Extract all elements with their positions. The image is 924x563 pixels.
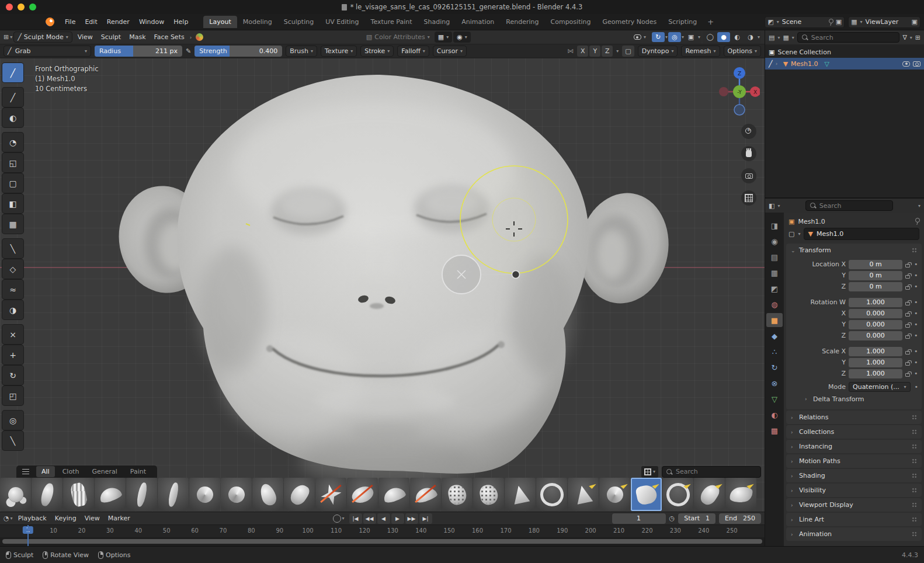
new-collection-icon[interactable]: ⊞ bbox=[915, 34, 920, 41]
box-face-set[interactable]: ◧ bbox=[2, 194, 23, 213]
mirror-axis-toggle[interactable]: Y bbox=[589, 46, 600, 57]
outliner-editor-icon[interactable]: ▤ bbox=[769, 34, 774, 41]
hide-in-viewport-toggle[interactable] bbox=[902, 61, 910, 67]
frame-end-field[interactable]: End250 bbox=[719, 513, 761, 524]
asset-search[interactable] bbox=[662, 466, 761, 478]
workspace-tab[interactable]: Animation bbox=[456, 16, 500, 28]
rough-sphere[interactable] bbox=[473, 478, 504, 511]
section-header[interactable]: ›Collections bbox=[786, 425, 922, 439]
visibility-dropdown[interactable]: ▾ bbox=[630, 32, 649, 43]
draw-sharp[interactable] bbox=[315, 478, 346, 511]
timeline-menu-item[interactable]: Playback bbox=[14, 513, 51, 524]
scrape-flat[interactable] bbox=[378, 478, 409, 511]
workspace-tab[interactable]: UV Editing bbox=[319, 16, 364, 28]
frame-start-field[interactable]: Start1 bbox=[678, 513, 715, 524]
rotate[interactable]: ↻ bbox=[2, 366, 23, 385]
snake-crease[interactable] bbox=[158, 478, 189, 511]
shelf-tab[interactable]: Paint bbox=[125, 466, 151, 477]
lock-icon[interactable] bbox=[905, 335, 910, 339]
viewport-menu-item[interactable]: Sculpt bbox=[97, 32, 125, 43]
draw-face-sets[interactable]: ◔ bbox=[2, 133, 23, 152]
rough-clay[interactable] bbox=[442, 478, 473, 511]
scrollbar-thumb[interactable] bbox=[2, 539, 762, 544]
view-layer[interactable]: ▦ bbox=[766, 266, 783, 280]
value-field[interactable]: 1.000 bbox=[849, 347, 902, 356]
animate-dot-icon[interactable]: • bbox=[914, 347, 918, 355]
color-attribute-sphere-icon[interactable] bbox=[196, 33, 203, 41]
lock-icon[interactable] bbox=[905, 275, 910, 279]
current-frame-field[interactable]: 1 bbox=[612, 513, 666, 524]
material[interactable]: ◐ bbox=[766, 408, 783, 422]
value-field[interactable]: 1.000 bbox=[849, 369, 902, 378]
auto-keying-toggle[interactable] bbox=[332, 515, 341, 523]
popover-button[interactable]: Cursor▾ bbox=[433, 46, 467, 57]
pinch-cone[interactable] bbox=[505, 478, 536, 511]
workspace-tab[interactable]: Texture Paint bbox=[365, 16, 418, 28]
play-reverse[interactable]: ◀ bbox=[377, 513, 390, 524]
animate-dot-icon[interactable]: • bbox=[914, 272, 918, 279]
value-field[interactable]: 0 m bbox=[849, 271, 902, 280]
snake-hook[interactable] bbox=[694, 478, 725, 511]
strength-slider[interactable]: Strength0.400 bbox=[194, 46, 282, 57]
camera-view-button[interactable] bbox=[741, 168, 756, 183]
paint-brush[interactable]: ╱ bbox=[2, 88, 23, 107]
new-scene-icon[interactable]: ▣ bbox=[836, 18, 842, 26]
clay-strips[interactable] bbox=[63, 478, 94, 511]
remesh-popover[interactable]: Remesh▾ bbox=[681, 46, 720, 57]
section-header[interactable]: ›Shading bbox=[786, 469, 922, 482]
mirror-axis-toggle[interactable]: X bbox=[577, 46, 588, 57]
box-mask[interactable]: ◱ bbox=[2, 153, 23, 172]
thumb[interactable] bbox=[599, 478, 630, 511]
section-header[interactable]: ›Instancing bbox=[786, 440, 922, 453]
polish-ring[interactable] bbox=[536, 478, 567, 511]
output[interactable]: ▤ bbox=[766, 250, 783, 264]
value-field[interactable]: 1.000 bbox=[849, 358, 902, 367]
new-view-layer-icon[interactable]: ▣ bbox=[912, 18, 918, 26]
blender-logo-icon[interactable] bbox=[46, 18, 54, 26]
properties-options-icon[interactable]: ▾ bbox=[918, 203, 920, 208]
timeline-menu-item[interactable]: Keying bbox=[51, 513, 81, 524]
options-popover[interactable]: Options▾ bbox=[724, 46, 761, 57]
timeline-menu-item[interactable]: View bbox=[81, 513, 104, 524]
shading-solid-button[interactable]: ● bbox=[717, 32, 730, 42]
modifiers[interactable]: ◆ bbox=[766, 329, 783, 343]
viewport-menu-item[interactable]: Mask bbox=[125, 32, 150, 43]
workspace-tab[interactable]: Geometry Nodes bbox=[596, 16, 662, 28]
relax[interactable] bbox=[662, 478, 693, 511]
axis-gizmo[interactable]: Z X -Y bbox=[719, 64, 760, 120]
filter-icon[interactable]: ∇ bbox=[902, 34, 906, 41]
animate-dot-icon[interactable]: • bbox=[914, 260, 918, 268]
dyntopo-checkbox[interactable]: ▢ bbox=[622, 46, 634, 57]
disable-in-render-toggle[interactable] bbox=[913, 61, 920, 67]
shelf-tab[interactable]: General bbox=[86, 466, 122, 477]
fill[interactable] bbox=[410, 478, 441, 511]
popover-button[interactable]: Stroke▾ bbox=[360, 46, 394, 57]
shading-wireframe-button[interactable]: ◯ bbox=[704, 32, 717, 42]
shading-rendered-button[interactable]: ◑ bbox=[744, 32, 757, 42]
section-header[interactable]: ›Animation bbox=[786, 527, 922, 541]
world[interactable]: ◍ bbox=[766, 297, 783, 311]
playhead[interactable] bbox=[27, 525, 29, 537]
box-hide[interactable]: ▢ bbox=[2, 173, 23, 193]
workspace-tab[interactable]: Modeling bbox=[237, 16, 278, 28]
color-attributes-button[interactable]: ▧ Color Attributes▾ bbox=[363, 32, 433, 43]
blob[interactable] bbox=[0, 478, 31, 511]
lock-icon[interactable] bbox=[905, 286, 910, 290]
animate-dot-icon[interactable]: • bbox=[914, 332, 918, 339]
popover-button[interactable]: Texture▾ bbox=[321, 46, 357, 57]
section-header[interactable]: ›Motion Paths bbox=[786, 454, 922, 468]
menu-item[interactable]: Help bbox=[169, 16, 193, 27]
toggle-perspective-button[interactable] bbox=[741, 190, 756, 206]
properties-search-input[interactable] bbox=[819, 202, 888, 210]
value-field[interactable]: 0.000 bbox=[849, 309, 902, 318]
popover-button[interactable]: Falloff▾ bbox=[397, 46, 429, 57]
crease[interactable] bbox=[126, 478, 157, 511]
sharpen[interactable] bbox=[568, 478, 599, 511]
chevron-right-icon[interactable]: › bbox=[190, 34, 194, 40]
show-overlays-toggle[interactable]: ◎ bbox=[668, 32, 681, 42]
value-field[interactable]: 0 m bbox=[849, 260, 902, 269]
lock-icon[interactable] bbox=[905, 302, 910, 305]
data[interactable]: ▽ bbox=[766, 392, 783, 406]
elastic-deform[interactable] bbox=[725, 478, 756, 511]
flatten[interactable] bbox=[347, 478, 378, 511]
